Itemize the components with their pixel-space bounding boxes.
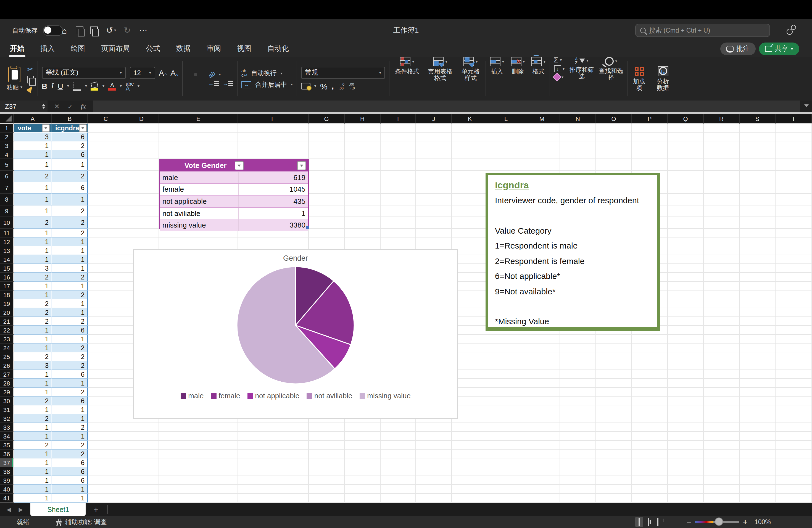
cell[interactable]: 1 — [14, 150, 52, 159]
cell[interactable] — [381, 159, 416, 171]
cell[interactable] — [345, 237, 381, 246]
cell[interactable] — [452, 441, 488, 450]
cell[interactable] — [668, 494, 704, 503]
cell[interactable] — [704, 237, 740, 246]
cell[interactable] — [524, 343, 560, 352]
cell[interactable]: 1 — [52, 246, 88, 255]
cell[interactable] — [668, 335, 704, 343]
cell[interactable] — [159, 237, 238, 246]
cell[interactable] — [704, 450, 740, 458]
cell[interactable] — [88, 432, 124, 441]
table-header-vote[interactable]: vote — [14, 124, 52, 133]
cell[interactable] — [524, 441, 560, 450]
cell[interactable] — [488, 133, 524, 142]
cell[interactable] — [740, 441, 775, 450]
cell[interactable] — [345, 467, 381, 476]
cell[interactable] — [740, 476, 775, 485]
filter-dropdown-icon[interactable] — [79, 124, 87, 132]
cell[interactable] — [740, 494, 775, 503]
cell[interactable] — [309, 182, 345, 194]
cell[interactable] — [560, 450, 596, 458]
cell[interactable] — [159, 476, 238, 485]
cell[interactable] — [524, 450, 560, 458]
cell[interactable] — [416, 182, 452, 194]
cell[interactable] — [560, 467, 596, 476]
cell[interactable] — [309, 159, 345, 171]
sort-filter-button[interactable]: AZ▾ 排序和筛选 — [569, 57, 594, 101]
cell[interactable] — [560, 406, 596, 414]
cell[interactable] — [704, 171, 740, 182]
cell[interactable] — [704, 246, 740, 255]
cell[interactable] — [381, 450, 416, 458]
cell[interactable]: 2 — [14, 299, 52, 308]
cell[interactable] — [524, 379, 560, 388]
cell[interactable]: 1 — [14, 370, 52, 379]
cell[interactable] — [88, 335, 124, 343]
cell[interactable] — [632, 423, 668, 432]
cell[interactable] — [524, 458, 560, 467]
cell[interactable] — [381, 423, 416, 432]
cell[interactable] — [488, 485, 524, 494]
cell[interactable] — [452, 217, 488, 229]
cell[interactable] — [159, 133, 238, 142]
cell[interactable] — [775, 423, 812, 432]
cell[interactable] — [238, 441, 309, 450]
cell[interactable] — [488, 335, 524, 343]
cell[interactable] — [775, 450, 812, 458]
cell[interactable] — [88, 388, 124, 397]
cell[interactable] — [381, 432, 416, 441]
row-header-39[interactable]: 39 — [0, 476, 14, 485]
cell[interactable] — [560, 352, 596, 361]
cell[interactable] — [524, 397, 560, 406]
cell[interactable]: 1 — [14, 379, 52, 388]
row-header-14[interactable]: 14 — [0, 255, 14, 264]
cell[interactable] — [452, 494, 488, 503]
cell[interactable] — [238, 476, 309, 485]
cell[interactable] — [524, 142, 560, 150]
legend-item-missing-value[interactable]: missing value — [359, 392, 411, 400]
cell[interactable] — [596, 370, 632, 379]
page-break-view-button[interactable] — [654, 517, 662, 527]
cell[interactable] — [124, 458, 159, 467]
cell[interactable] — [560, 370, 596, 379]
cell[interactable] — [88, 299, 124, 308]
cell[interactable]: 2 — [14, 217, 52, 229]
cell[interactable] — [88, 326, 124, 335]
row-header-27[interactable]: 27 — [0, 370, 14, 379]
row-header-38[interactable]: 38 — [0, 467, 14, 476]
cell[interactable] — [775, 379, 812, 388]
percent-format-button[interactable]: % — [320, 82, 328, 91]
cell[interactable]: 3 — [14, 133, 52, 142]
cell[interactable] — [124, 476, 159, 485]
cell[interactable] — [88, 237, 124, 246]
row-header-37[interactable]: 37 — [0, 458, 14, 467]
cell[interactable] — [159, 494, 238, 503]
cell[interactable] — [775, 343, 812, 352]
cell[interactable] — [704, 343, 740, 352]
cell[interactable] — [775, 273, 812, 282]
cell[interactable] — [632, 414, 668, 423]
cell[interactable] — [488, 150, 524, 159]
cell[interactable] — [345, 229, 381, 237]
cell[interactable] — [238, 467, 309, 476]
cell[interactable] — [632, 150, 668, 159]
cell[interactable] — [740, 485, 775, 494]
row-header-41[interactable]: 41 — [0, 494, 14, 503]
cell[interactable] — [124, 237, 159, 246]
cell[interactable]: 6 — [52, 476, 88, 485]
presence-icon[interactable] — [787, 25, 797, 35]
cell[interactable] — [124, 217, 159, 229]
cell[interactable] — [345, 150, 381, 159]
cell[interactable]: 1 — [14, 237, 52, 246]
cell[interactable] — [345, 194, 381, 205]
cell[interactable] — [668, 308, 704, 317]
legend-item-not-aviliable[interactable]: not aviliable — [307, 392, 352, 400]
cut-icon[interactable]: ✂ — [27, 65, 33, 73]
column-header-K[interactable]: K — [452, 114, 488, 124]
cell[interactable] — [452, 476, 488, 485]
cell[interactable] — [309, 458, 345, 467]
cell[interactable] — [381, 441, 416, 450]
cell[interactable] — [740, 291, 775, 299]
search-input[interactable]: 搜索 (Cmd + Ctrl + U) — [635, 24, 770, 37]
cell[interactable] — [704, 150, 740, 159]
